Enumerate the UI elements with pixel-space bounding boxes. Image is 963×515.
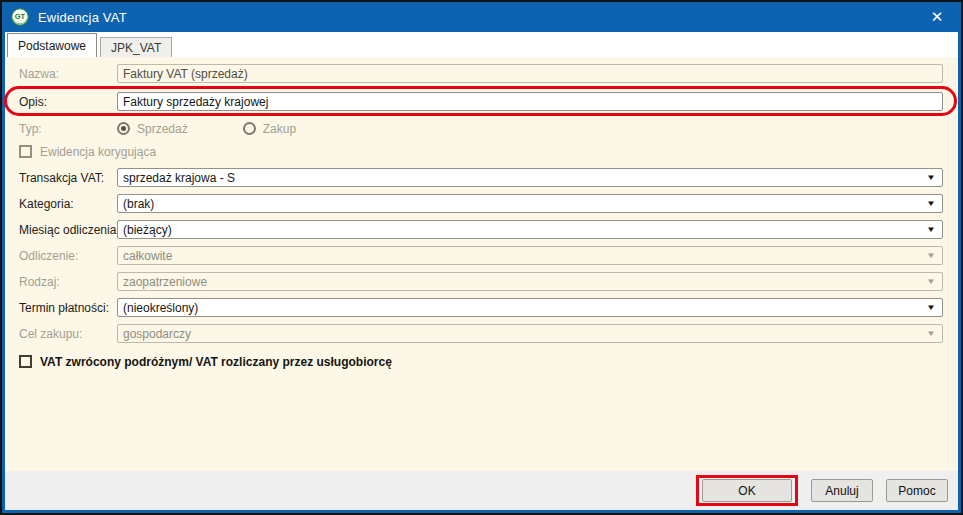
row-vat-zwrocony: VAT zwrócony podróżnym/ VAT rozliczany p… <box>19 354 943 369</box>
typ-label: Typ: <box>19 122 117 136</box>
transakcja-vat-value: sprzedaż krajowa - S <box>123 171 927 185</box>
ewidencja-korygujaca-label: Ewidencja korygująca <box>40 145 156 159</box>
row-opis: Opis: <box>19 92 943 111</box>
row-termin-platnosci: Termin płatności: (nieokreślony) ▼ <box>19 298 943 317</box>
tab-strip: Podstawowe JPK_VAT <box>5 32 958 57</box>
ewidencja-korygujaca-checkbox <box>19 145 32 158</box>
row-rodzaj: Rodzaj: zaopatrzeniowe ▼ <box>19 272 943 291</box>
odliczenie-dropdown: całkowite ▼ <box>117 246 943 265</box>
typ-option-sprzedaz: Sprzedaż <box>117 122 188 136</box>
vat-zwrocony-label: VAT zwrócony podróżnym/ VAT rozliczany p… <box>40 355 392 369</box>
app-icon: GT <box>11 8 29 26</box>
radio-zakup-label: Zakup <box>263 122 296 136</box>
dropdown-arrow-icon: ▼ <box>926 277 936 286</box>
nazwa-field <box>117 64 943 83</box>
odliczenie-value: całkowite <box>123 249 927 263</box>
transakcja-vat-label: Transakcja VAT: <box>19 171 117 185</box>
kategoria-label: Kategoria: <box>19 197 117 211</box>
radio-sprzedaz-icon <box>117 122 130 135</box>
row-typ: Typ: Sprzedaż Zakup <box>19 120 943 137</box>
miesiac-odliczenia-dropdown[interactable]: (bieżący) ▼ <box>117 220 943 239</box>
rodzaj-dropdown: zaopatrzeniowe ▼ <box>117 272 943 291</box>
button-bar: OK Anuluj Pomoc <box>5 471 958 510</box>
row-cel-zakupu: Cel zakupu: gospodarczy ▼ <box>19 324 943 343</box>
nazwa-label: Nazwa: <box>19 67 117 81</box>
title-bar: GT Ewidencja VAT ✕ <box>2 2 961 32</box>
radio-sprzedaz-label: Sprzedaż <box>137 122 188 136</box>
dropdown-arrow-icon: ▼ <box>926 329 936 338</box>
transakcja-vat-dropdown[interactable]: sprzedaż krajowa - S ▼ <box>117 168 943 187</box>
cel-zakupu-label: Cel zakupu: <box>19 327 117 341</box>
tab-jpk-vat[interactable]: JPK_VAT <box>100 37 172 57</box>
help-button[interactable]: Pomoc <box>886 479 948 502</box>
dropdown-arrow-icon: ▼ <box>926 173 936 182</box>
close-icon[interactable]: ✕ <box>922 4 952 30</box>
termin-platnosci-label: Termin płatności: <box>19 301 117 315</box>
cel-zakupu-value: gospodarczy <box>123 327 927 341</box>
dialog-ewidencja-vat: GT Ewidencja VAT ✕ Podstawowe JPK_VAT Na… <box>0 0 963 515</box>
miesiac-odliczenia-label: Miesiąc odliczenia: <box>19 223 117 237</box>
tab-podstawowe[interactable]: Podstawowe <box>7 33 97 57</box>
cel-zakupu-dropdown: gospodarczy ▼ <box>117 324 943 343</box>
typ-option-zakup: Zakup <box>243 122 296 136</box>
rodzaj-label: Rodzaj: <box>19 275 117 289</box>
kategoria-value: (brak) <box>123 197 927 211</box>
dropdown-arrow-icon: ▼ <box>926 251 936 260</box>
row-miesiac-odliczenia: Miesiąc odliczenia: (bieżący) ▼ <box>19 220 943 239</box>
row-ewidencja-korygujaca: Ewidencja korygująca <box>19 144 943 159</box>
odliczenie-label: Odliczenie: <box>19 249 117 263</box>
radio-zakup-icon <box>243 122 256 135</box>
cancel-button[interactable]: Anuluj <box>811 479 873 502</box>
window-title: Ewidencja VAT <box>38 10 922 25</box>
svg-text:GT: GT <box>15 12 26 21</box>
form-content: Nazwa: Opis: Typ: Sprzedaż Zakup <box>5 57 958 471</box>
termin-platnosci-value: (nieokreślony) <box>123 301 927 315</box>
dropdown-arrow-icon: ▼ <box>926 303 936 312</box>
miesiac-odliczenia-value: (bieżący) <box>123 223 927 237</box>
opis-label: Opis: <box>19 95 117 109</box>
window-body: Podstawowe JPK_VAT Nazwa: Opis: Typ: Spr… <box>5 32 958 510</box>
rodzaj-value: zaopatrzeniowe <box>123 275 927 289</box>
opis-input[interactable] <box>117 92 943 111</box>
annotation-ok-highlight: OK <box>696 475 798 506</box>
vat-zwrocony-checkbox[interactable] <box>19 355 32 368</box>
row-kategoria: Kategoria: (brak) ▼ <box>19 194 943 213</box>
row-odliczenie: Odliczenie: całkowite ▼ <box>19 246 943 265</box>
row-transakcja-vat: Transakcja VAT: sprzedaż krajowa - S ▼ <box>19 168 943 187</box>
dropdown-arrow-icon: ▼ <box>926 225 936 234</box>
row-nazwa: Nazwa: <box>19 64 943 83</box>
kategoria-dropdown[interactable]: (brak) ▼ <box>117 194 943 213</box>
dropdown-arrow-icon: ▼ <box>926 199 936 208</box>
termin-platnosci-dropdown[interactable]: (nieokreślony) ▼ <box>117 298 943 317</box>
ok-button[interactable]: OK <box>702 479 792 502</box>
